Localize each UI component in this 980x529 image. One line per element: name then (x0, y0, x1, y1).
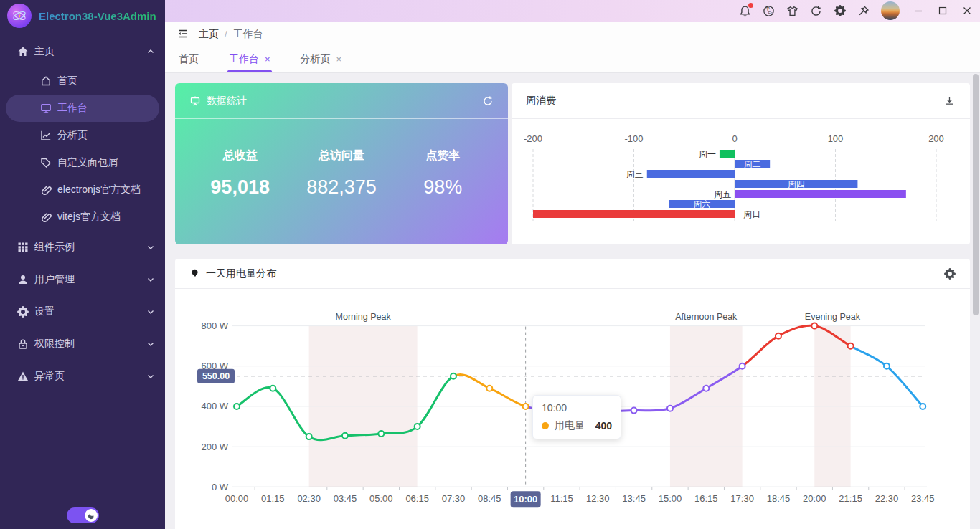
sidebar-item-0[interactable]: 主页 (0, 36, 165, 67)
data-point-18:45[interactable] (776, 333, 781, 339)
sidebar-collapse-icon[interactable] (177, 28, 189, 39)
lang-icon[interactable]: 中En (763, 5, 775, 17)
data-point-01:15[interactable] (270, 386, 275, 391)
sidebar: Electron38-Vue3Admin 主页首页工作台分析页自定义面包屑ele… (0, 0, 165, 529)
chevron-down-icon (146, 243, 155, 252)
weekly-consumption-card: 周消费 -200-1000100200周一周二周三周四周五周六周日 (512, 83, 970, 244)
data-point-15:00[interactable] (667, 406, 673, 411)
user-icon (17, 274, 29, 285)
svg-text:100: 100 (828, 133, 844, 144)
bar-周三[interactable] (647, 170, 735, 178)
svg-text:23:45: 23:45 (911, 493, 935, 504)
svg-text:18:45: 18:45 (767, 493, 791, 504)
maximize-button[interactable] (938, 6, 948, 16)
data-point-10:00[interactable] (523, 404, 529, 409)
data-point-02:30[interactable] (306, 434, 312, 439)
sidebar-item-5[interactable]: electronjs官方文档 (0, 176, 165, 204)
svg-text:16:15: 16:15 (694, 493, 718, 504)
data-point-00:00[interactable] (234, 404, 240, 409)
moon-icon (85, 509, 98, 522)
svg-text:12:30: 12:30 (586, 493, 610, 504)
svg-text:周日: 周日 (743, 209, 760, 219)
sidebar-item-11[interactable]: 异常页 (0, 360, 165, 392)
sidebar-item-7[interactable]: 组件示例 (0, 231, 165, 263)
data-point-05:00[interactable] (378, 431, 384, 437)
refresh-stats-icon[interactable] (482, 95, 494, 107)
svg-text:550.00: 550.00 (202, 371, 230, 381)
theme-toggle[interactable] (67, 507, 99, 523)
chevron-down-icon (146, 340, 155, 348)
data-point-21:15[interactable] (848, 343, 854, 349)
tab-工作台[interactable]: 工作台× (227, 46, 272, 72)
sidebar-item-8[interactable]: 用户管理 (0, 263, 165, 295)
data-point-03:45[interactable] (342, 433, 348, 439)
tooltip-time: 10:00 (542, 402, 612, 414)
data-point-07:30[interactable] (451, 373, 456, 379)
sidebar-item-2[interactable]: 工作台 (6, 95, 159, 122)
bulb-icon (189, 268, 200, 279)
data-point-08:45[interactable] (486, 386, 492, 391)
data-point-20:00[interactable] (811, 323, 817, 329)
tab-首页[interactable]: 首页 (177, 46, 200, 72)
sidebar-item-1[interactable]: 首页 (0, 67, 165, 95)
series-dot (542, 422, 549, 429)
minimize-button[interactable] (913, 6, 923, 16)
svg-text:800 W: 800 W (201, 320, 228, 331)
scrollbar-thumb[interactable] (973, 74, 979, 315)
house-icon (40, 75, 52, 87)
sidebar-item-6[interactable]: vitejs官方文档 (0, 204, 165, 231)
sidebar-item-4[interactable]: 自定义面包屑 (0, 149, 165, 176)
chevron-down-icon (146, 275, 155, 284)
app-logo[interactable]: Electron38-Vue3Admin (0, 0, 165, 32)
main-area: 中En 主页/工作台 首页工作台×分析页× (165, 0, 980, 529)
svg-text:07:30: 07:30 (442, 493, 466, 504)
svg-text:0 W: 0 W (212, 482, 229, 492)
chart-tooltip: 10:00 用电量 400 (532, 395, 621, 439)
breadcrumb-item[interactable]: 工作台 (233, 28, 263, 39)
pin-icon[interactable] (857, 5, 870, 17)
chartline-icon (40, 130, 52, 141)
data-point-23:45[interactable] (920, 404, 925, 409)
refresh-icon[interactable] (810, 5, 822, 17)
tooltip-value: 400 (595, 420, 612, 432)
bar-周日[interactable] (533, 210, 735, 218)
breadcrumb-item[interactable]: 主页 (199, 28, 219, 39)
data-point-22:30[interactable] (884, 363, 890, 369)
svg-text:11:15: 11:15 (550, 493, 573, 504)
svg-text:Evening Peak: Evening Peak (805, 312, 861, 322)
data-point-06:15[interactable] (415, 424, 420, 429)
svg-text:20:00: 20:00 (803, 493, 826, 504)
tooltip-series-name: 用电量 (555, 419, 585, 432)
svg-text:08:45: 08:45 (478, 493, 501, 504)
tshirt-icon[interactable] (786, 5, 798, 17)
gear-icon[interactable] (834, 5, 846, 17)
svg-text:周五: 周五 (714, 189, 731, 199)
warning-icon (17, 371, 29, 382)
bell-icon[interactable] (739, 5, 751, 17)
close-tab-icon[interactable]: × (265, 54, 270, 65)
svg-text:Morning Peak: Morning Peak (336, 312, 392, 322)
sidebar-item-3[interactable]: 分析页 (0, 122, 165, 149)
svg-text:周三: 周三 (626, 169, 644, 179)
data-point-17:30[interactable] (740, 363, 745, 369)
svg-text:21:15: 21:15 (839, 493, 862, 504)
download-icon[interactable] (944, 95, 956, 107)
svg-text:-200: -200 (524, 133, 542, 144)
tab-分析页[interactable]: 分析页× (299, 46, 344, 72)
settings-icon[interactable] (944, 268, 956, 280)
svg-text:周四: 周四 (788, 179, 805, 189)
lock-icon (17, 338, 29, 350)
bar-周一[interactable] (720, 150, 735, 158)
close-button[interactable] (962, 6, 972, 16)
close-tab-icon[interactable]: × (336, 54, 342, 65)
data-point-13:45[interactable] (631, 408, 637, 414)
bar-周五[interactable] (735, 190, 906, 198)
sidebar-item-9[interactable]: 设置 (0, 295, 165, 328)
svg-text:周二: 周二 (744, 159, 761, 169)
data-point-16:15[interactable] (703, 386, 709, 391)
svg-text:22:30: 22:30 (875, 493, 899, 504)
user-avatar[interactable] (881, 1, 900, 20)
svg-text:0: 0 (732, 133, 737, 144)
sidebar-item-10[interactable]: 权限控制 (0, 328, 165, 360)
breadcrumb-separator: / (225, 29, 227, 39)
